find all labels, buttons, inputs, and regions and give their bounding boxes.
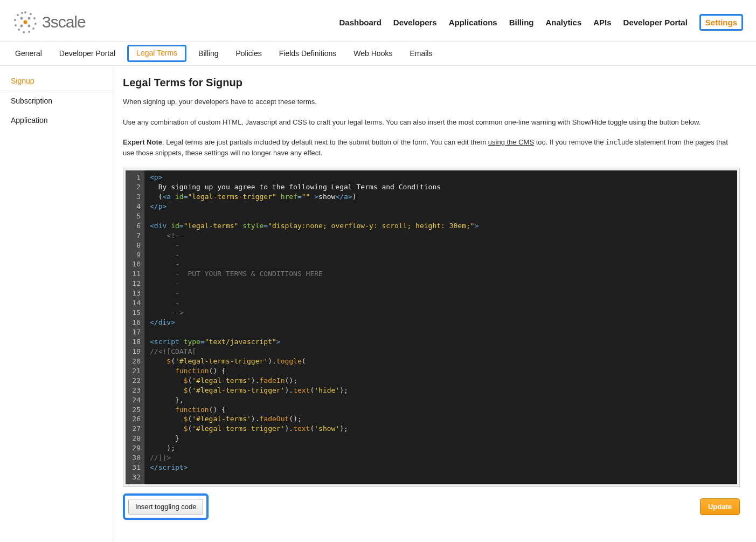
nav-analytics[interactable]: Analytics — [546, 18, 582, 27]
sidebar-item-signup[interactable]: Signup — [0, 71, 113, 91]
nav-dashboard[interactable]: Dashboard — [339, 18, 381, 27]
brand-logo-text: 3scale — [42, 13, 86, 31]
subnav-billing[interactable]: Billing — [196, 48, 220, 59]
subnav-fields[interactable]: Fields Definitions — [277, 48, 339, 59]
subnav-general[interactable]: General — [13, 48, 44, 59]
svg-point-8 — [15, 24, 17, 26]
intro-text: When signing up, your developers have to… — [123, 97, 740, 158]
subnav-web-hooks[interactable]: Web Hooks — [351, 48, 394, 59]
intro-paragraph-2: Use any combination of custom HTML, Java… — [123, 117, 740, 128]
editor-actions: Insert toggling code Update — [123, 493, 740, 520]
sidebar: Signup Subscription Application — [0, 66, 113, 541]
svg-point-5 — [28, 31, 30, 33]
svg-point-12 — [20, 17, 23, 20]
nav-billing[interactable]: Billing — [509, 18, 534, 27]
code-editor[interactable]: 1234567891011121314151617181920212223242… — [123, 168, 740, 487]
insert-toggling-code-button[interactable]: Insert toggling code — [128, 499, 203, 514]
expert-note-text-1: : Legal terms are just partials included… — [162, 138, 488, 146]
svg-point-11 — [21, 12, 23, 14]
svg-point-3 — [34, 23, 37, 25]
subnav-legal-terms[interactable]: Legal Terms — [134, 47, 179, 58]
svg-point-15 — [20, 25, 23, 28]
nav-applications[interactable]: Applications — [449, 18, 497, 27]
insert-toggle-highlight: Insert toggling code — [123, 493, 209, 520]
svg-point-14 — [28, 25, 31, 28]
svg-point-13 — [28, 17, 31, 20]
expert-note-text-2: too. If you remove the — [534, 138, 606, 146]
main-panel: Legal Terms for Signup When signing up, … — [113, 66, 756, 541]
svg-point-0 — [24, 11, 26, 13]
subnav-legal-terms-highlight: Legal Terms — [127, 45, 186, 62]
svg-point-9 — [14, 19, 16, 21]
sub-nav: General Developer Portal Legal Terms Bil… — [0, 42, 756, 66]
sidebar-item-application[interactable]: Application — [0, 111, 113, 130]
svg-point-4 — [32, 28, 34, 30]
expert-note: Expert Note: Legal terms are just partia… — [123, 137, 740, 158]
sidebar-item-subscription[interactable]: Subscription — [0, 91, 113, 111]
svg-point-7 — [18, 29, 20, 31]
subnav-policies[interactable]: Policies — [233, 48, 263, 59]
nav-settings[interactable]: Settings — [705, 18, 737, 27]
editor-gutter: 1234567891011121314151617181920212223242… — [126, 170, 144, 484]
svg-point-16 — [24, 20, 27, 24]
update-button[interactable]: Update — [700, 498, 740, 515]
main-nav: Dashboard Developers Applications Billin… — [339, 14, 743, 31]
svg-point-1 — [30, 13, 32, 15]
nav-developer-portal[interactable]: Developer Portal — [623, 18, 688, 27]
content: Signup Subscription Application Legal Te… — [0, 66, 756, 541]
svg-point-2 — [33, 17, 36, 19]
expert-note-code: include — [606, 139, 633, 146]
nav-apis[interactable]: APIs — [593, 18, 611, 27]
brand-logo[interactable]: 3scale — [13, 10, 86, 35]
nav-settings-highlight: Settings — [699, 14, 743, 31]
brand-logo-icon — [13, 10, 38, 35]
subnav-emails[interactable]: Emails — [407, 48, 434, 59]
editor-code[interactable]: <p> By signing up you agree to the follo… — [144, 170, 737, 484]
page-title: Legal Terms for Signup — [123, 77, 740, 89]
intro-paragraph-1: When signing up, your developers have to… — [123, 97, 740, 107]
svg-point-10 — [17, 14, 19, 16]
svg-point-6 — [23, 31, 25, 33]
subnav-developer-portal[interactable]: Developer Portal — [57, 48, 117, 59]
expert-note-label: Expert Note — [123, 138, 162, 146]
nav-developers[interactable]: Developers — [393, 18, 437, 27]
expert-note-cms-link[interactable]: using the CMS — [488, 138, 534, 146]
header: 3scale Dashboard Developers Applications… — [0, 0, 756, 42]
